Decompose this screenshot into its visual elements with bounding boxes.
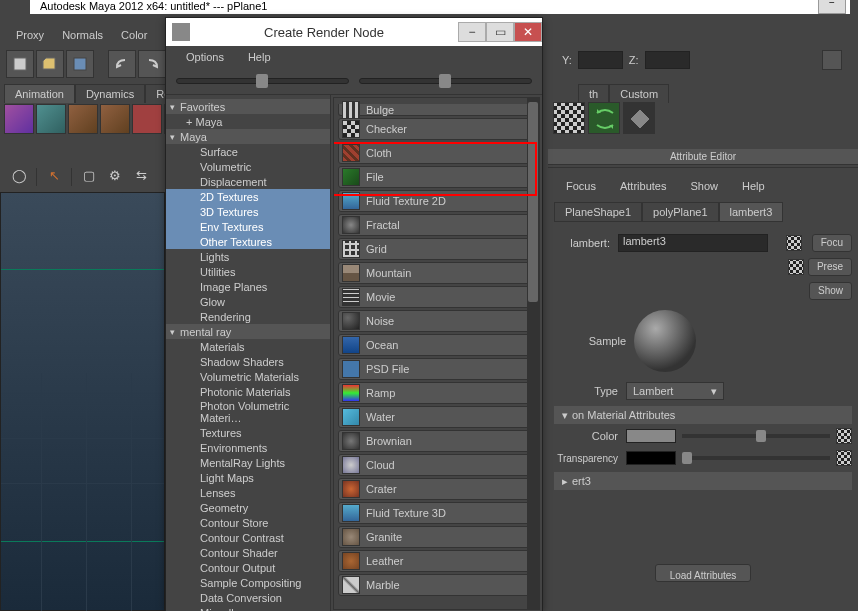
redo-icon[interactable]	[138, 50, 166, 78]
node-granite[interactable]: Granite	[338, 526, 535, 548]
crn-minimize-button[interactable]: −	[458, 22, 486, 42]
tree-light-maps[interactable]: Light Maps	[166, 470, 330, 485]
tree-favorites[interactable]: ▾Favorites	[166, 99, 330, 114]
node-grid[interactable]: Grid	[338, 238, 535, 260]
reload-tool-icon[interactable]	[588, 102, 620, 134]
crn-menu-options[interactable]: Options	[176, 49, 234, 65]
tree-volumetric[interactable]: Volumetric	[166, 159, 330, 174]
ae-menu-help[interactable]: Help	[732, 178, 775, 194]
ae-tab-polyplane[interactable]: polyPlane1	[642, 202, 718, 222]
crn-right-slider[interactable]	[359, 78, 532, 84]
node-ramp[interactable]: Ramp	[338, 382, 535, 404]
tree-3d-textures[interactable]: 3D Textures	[166, 204, 330, 219]
ae-menu-show[interactable]: Show	[680, 178, 728, 194]
node-ocean[interactable]: Ocean	[338, 334, 535, 356]
shelf-arrow-icon[interactable]	[132, 104, 162, 134]
node-mountain[interactable]: Mountain	[338, 262, 535, 284]
ae-section-ert3[interactable]: ▸ ert3	[554, 472, 852, 490]
node-noise[interactable]: Noise	[338, 310, 535, 332]
ae-color-slider[interactable]	[682, 434, 830, 438]
crn-titlebar[interactable]: Create Render Node − ▭ ✕	[166, 18, 542, 46]
tree-environments[interactable]: Environments	[166, 440, 330, 455]
tree-env-textures[interactable]: Env Textures	[166, 219, 330, 234]
node-bulge[interactable]: Bulge	[338, 104, 535, 116]
ae-color-picker[interactable]	[836, 428, 852, 444]
vp-cursor-icon[interactable]: ↖	[45, 168, 63, 186]
node-fractal[interactable]: Fractal	[338, 214, 535, 236]
tree-other-textures[interactable]: Other Textures	[166, 234, 330, 249]
=[interactable]	[527, 98, 539, 609]
new-scene-icon[interactable]	[6, 50, 34, 78]
crn-maximize-button[interactable]: ▭	[486, 22, 514, 42]
vp-share-icon[interactable]: ⇆	[132, 168, 150, 186]
node-crater[interactable]: Crater	[338, 478, 535, 500]
tree-geometry[interactable]: Geometry	[166, 500, 330, 515]
tree-utilities[interactable]: Utilities	[166, 264, 330, 279]
tree-maya-plus[interactable]: + Maya	[166, 114, 330, 129]
open-scene-icon[interactable]	[36, 50, 64, 78]
menu-proxy[interactable]: Proxy	[8, 27, 52, 43]
ae-load-attributes-button[interactable]: Load Attributes	[655, 564, 752, 582]
node-brownian[interactable]: Brownian	[338, 430, 535, 452]
tree-contour-contrast[interactable]: Contour Contrast	[166, 530, 330, 545]
ae-type-select[interactable]: Lambert ▾	[626, 382, 724, 400]
ae-color-swatch[interactable]	[626, 429, 676, 443]
tree-materials[interactable]: Materials	[166, 339, 330, 354]
viewport[interactable]	[0, 192, 165, 611]
ae-node-name-input[interactable]: lambert3	[618, 234, 768, 252]
tab-animation[interactable]: Animation	[4, 84, 75, 103]
vp-gear-icon[interactable]: ⚙	[106, 168, 124, 186]
save-scene-icon[interactable]	[66, 50, 94, 78]
tree-contour-store[interactable]: Contour Store	[166, 515, 330, 530]
ae-transparency-slider[interactable]	[682, 456, 830, 460]
tree-misc[interactable]: Miscellaneous	[166, 605, 330, 611]
tree-vol-materials[interactable]: Volumetric Materials	[166, 369, 330, 384]
node-checker[interactable]: Checker	[338, 118, 535, 140]
tree-mentalray[interactable]: ▾mental ray	[166, 324, 330, 339]
crn-scroll-thumb[interactable]	[528, 102, 538, 302]
focus-picker-icon[interactable]	[786, 235, 802, 251]
tree-data-conv[interactable]: Data Conversion	[166, 590, 330, 605]
ae-menu-attributes[interactable]: Attributes	[610, 178, 676, 194]
tree-lenses[interactable]: Lenses	[166, 485, 330, 500]
tree-surface[interactable]: Surface	[166, 144, 330, 159]
node-fluid3d[interactable]: Fluid Texture 3D	[338, 502, 535, 524]
tree-image-planes[interactable]: Image Planes	[166, 279, 330, 294]
ae-tab-planeshape[interactable]: PlaneShape1	[554, 202, 642, 222]
vp-box-icon[interactable]: ▢	[80, 168, 98, 186]
tab-th[interactable]: th	[578, 84, 609, 103]
tree-textures[interactable]: Textures	[166, 425, 330, 440]
tool-icon[interactable]	[822, 50, 842, 70]
vp-circle-icon[interactable]: ◯	[10, 168, 28, 186]
tree-contour-shader[interactable]: Contour Shader	[166, 545, 330, 560]
tree-mr-lights[interactable]: MentalRay Lights	[166, 455, 330, 470]
tree-maya[interactable]: ▾Maya	[166, 129, 330, 144]
coord-y-input[interactable]	[578, 51, 623, 69]
node-marble[interactable]: Marble	[338, 574, 535, 596]
diamond-tool-icon[interactable]	[623, 102, 655, 134]
tree-photonic[interactable]: Photonic Materials	[166, 384, 330, 399]
tree-sample-comp[interactable]: Sample Compositing	[166, 575, 330, 590]
app-minimize-button[interactable]: −	[818, 0, 846, 14]
menu-color[interactable]: Color	[113, 27, 155, 43]
node-file[interactable]: File	[338, 166, 535, 188]
checker-tool-icon[interactable]	[553, 102, 585, 134]
shelf-sphere-icon[interactable]	[36, 104, 66, 134]
tree-displacement[interactable]: Displacement	[166, 174, 330, 189]
tab-custom[interactable]: Custom	[609, 84, 669, 103]
tree-glow[interactable]: Glow	[166, 294, 330, 309]
undo-icon[interactable]	[108, 50, 136, 78]
shelf-box2-icon[interactable]	[100, 104, 130, 134]
shelf-box-icon[interactable]	[68, 104, 98, 134]
tree-photon-vol[interactable]: Photon Volumetric Materi…	[166, 399, 330, 425]
tree-rendering[interactable]: Rendering	[166, 309, 330, 324]
crn-menu-help[interactable]: Help	[238, 49, 281, 65]
ae-transparency-picker[interactable]	[836, 450, 852, 466]
node-water[interactable]: Water	[338, 406, 535, 428]
ae-menu-focus[interactable]: Focus	[556, 178, 606, 194]
menu-normals[interactable]: Normals	[54, 27, 111, 43]
tree-contour-output[interactable]: Contour Output	[166, 560, 330, 575]
tree-lights[interactable]: Lights	[166, 249, 330, 264]
ae-section-material[interactable]: ▾ on Material Attributes	[554, 406, 852, 424]
ae-show-button[interactable]: Show	[809, 282, 852, 300]
